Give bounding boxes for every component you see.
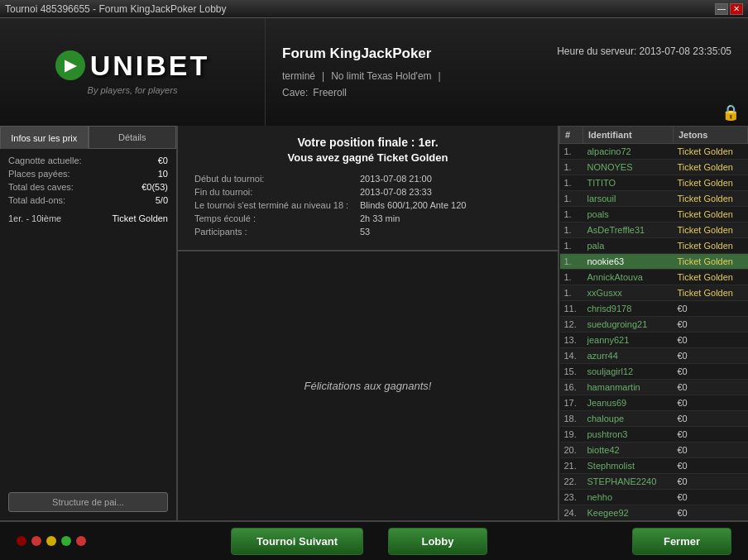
dot-red2	[76, 536, 86, 546]
cave-label: Cave:	[282, 87, 308, 98]
congrats-area: Félicitations aux gagnants!	[178, 251, 558, 520]
cell-prize: €0	[673, 317, 747, 333]
cell-name: NONOYES	[583, 160, 674, 175]
structure-button[interactable]: Structure de pai...	[8, 492, 168, 512]
cell-name: jeanny621	[583, 333, 674, 348]
table-row: 22. STEPHANE2240 €0	[560, 474, 748, 490]
cell-prize: Ticket Golden	[673, 254, 747, 270]
temps-val: 2h 33 min	[360, 213, 400, 223]
cell-name: souljagirl12	[583, 364, 674, 380]
cell-prize: €0	[673, 348, 747, 364]
participants-val: 53	[360, 227, 370, 237]
caves-val: €0(53)	[141, 182, 168, 192]
table-row: 1. NONOYES Ticket Golden	[560, 160, 748, 175]
payout-range-label: 1er. - 10ième	[8, 213, 61, 223]
logo-text: UNIBET	[90, 50, 210, 82]
minimize-button[interactable]: —	[715, 3, 728, 15]
cell-prize: €0	[673, 427, 747, 443]
table-row: 17. Jeanus69 €0	[560, 395, 748, 411]
payout-range: 1er. - 10ième Ticket Golden	[8, 213, 168, 223]
header: ▶ UNIBET By players, for players Forum K…	[0, 18, 748, 126]
final-position: Votre position finale : 1er.	[194, 136, 541, 149]
tab-details[interactable]: Détails	[89, 126, 177, 149]
cell-prize: Ticket Golden	[673, 207, 747, 223]
cell-rank: 18.	[560, 411, 583, 427]
logo-area: ▶ UNIBET By players, for players	[0, 18, 265, 126]
close-window-button[interactable]: ✕	[730, 3, 743, 15]
cave-value: Freeroll	[313, 87, 347, 98]
logo-badge: ▶	[55, 50, 85, 80]
addons-label: Total add-ons:	[8, 195, 65, 205]
cell-prize: €0	[673, 474, 747, 490]
lock-icon: 🔒	[722, 103, 740, 122]
caves-label: Total des caves:	[8, 182, 74, 192]
game-type: No limit Texas Hold'em	[331, 70, 431, 82]
prize-info: Cagnotte actuelle: €0 Places payées: 10 …	[0, 149, 176, 492]
congrats-text: Félicitations aux gagnants!	[304, 380, 432, 392]
cell-name: xxGusxx	[583, 285, 674, 301]
fin-row: Fin du tournoi: 2013-07-08 23:33	[194, 187, 541, 197]
cell-rank: 1.	[560, 254, 583, 270]
table-row: 1. AnnickAtouva Ticket Golden	[560, 270, 748, 285]
cell-name: chaloupe	[583, 411, 674, 427]
cell-prize: Ticket Golden	[673, 270, 747, 285]
cell-rank: 1.	[560, 175, 583, 191]
participants-row: Participants : 53	[194, 227, 541, 237]
players-table: # Identifiant Jetons 1. alpacino72 Ticke…	[559, 126, 748, 520]
cell-name: azurr44	[583, 348, 674, 364]
tournoi-suivant-button[interactable]: Tournoi Suivant	[231, 528, 363, 555]
cell-prize: €0	[673, 395, 747, 411]
table-row: 1. AsDeTreffle31 Ticket Golden	[560, 223, 748, 238]
cell-name: Keegee92	[583, 505, 674, 521]
cell-name: suedugroing21	[583, 317, 674, 333]
server-time: Heure du serveur: 2013-07-08 23:35:05	[557, 45, 731, 57]
prize-won: Vous avez gagné Ticket Golden	[194, 151, 541, 164]
cell-name: Jeanus69	[583, 395, 674, 411]
table-row: 14. azurr44 €0	[560, 348, 748, 364]
tagline: By players, for players	[88, 85, 178, 95]
fin-val: 2013-07-08 23:33	[360, 187, 432, 197]
left-panel: Infos sur les prix Détails Cagnotte actu…	[0, 126, 178, 520]
table-row: 1. nookie63 Ticket Golden	[560, 254, 748, 270]
cell-rank: 14.	[560, 348, 583, 364]
bottom-bar: Tournoi Suivant Lobby Fermer	[0, 520, 748, 560]
main-content: Infos sur les prix Détails Cagnotte actu…	[0, 126, 748, 520]
lobby-button[interactable]: Lobby	[388, 528, 487, 555]
cell-rank: 1.	[560, 191, 583, 207]
table-row: 1. larsouil Ticket Golden	[560, 191, 748, 207]
cell-prize: Ticket Golden	[673, 223, 747, 238]
payout-prize: Ticket Golden	[113, 213, 168, 223]
table-row: 23. nehho €0	[560, 490, 748, 505]
cell-rank: 1.	[560, 160, 583, 175]
temps-row: Temps écoulé : 2h 33 min	[194, 213, 541, 223]
level-val: Blinds 600/1,200 Ante 120	[360, 200, 466, 210]
cell-name: Stephmolist	[583, 458, 674, 474]
titlebar-title: Tournoi 485396655 - Forum KingJackPoker …	[5, 3, 227, 15]
cell-name: hamanmartin	[583, 380, 674, 395]
cell-name: STEPHANE2240	[583, 474, 674, 490]
cell-name: poals	[583, 207, 674, 223]
table-row: 11. chrisd9178 €0	[560, 301, 748, 317]
cell-prize: Ticket Golden	[673, 175, 747, 191]
cell-prize: €0	[673, 505, 747, 521]
tab-prizes[interactable]: Infos sur les prix	[0, 126, 89, 149]
fermer-button[interactable]: Fermer	[632, 528, 731, 555]
cell-rank: 12.	[560, 317, 583, 333]
table-row: 1. xxGusxx Ticket Golden	[560, 285, 748, 301]
cell-rank: 1.	[560, 238, 583, 254]
temps-label: Temps écoulé :	[194, 213, 360, 223]
cell-name: larsouil	[583, 191, 674, 207]
table-header: # Identifiant Jetons	[560, 127, 748, 144]
table-row: 24. Keegee92 €0	[560, 505, 748, 521]
cell-rank: 23.	[560, 490, 583, 505]
cell-prize: €0	[673, 443, 747, 458]
cell-name: TITITO	[583, 175, 674, 191]
table-row: 21. Stephmolist €0	[560, 458, 748, 474]
cell-rank: 22.	[560, 474, 583, 490]
center-panel: Votre position finale : 1er. Vous avez g…	[178, 126, 558, 520]
cell-rank: 1.	[560, 144, 583, 160]
cell-name: pushtron3	[583, 427, 674, 443]
cell-prize: €0	[673, 490, 747, 505]
addons-row: Total add-ons: 5/0	[8, 195, 168, 205]
cell-rank: 20.	[560, 443, 583, 458]
